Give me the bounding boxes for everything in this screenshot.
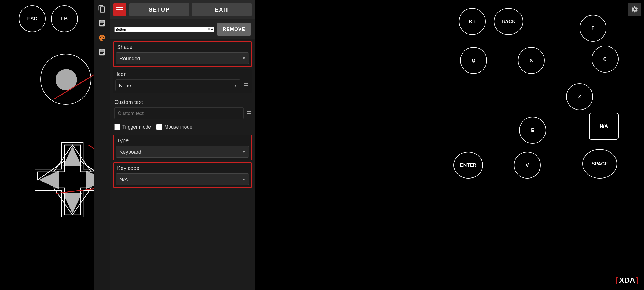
keycode-select-wrapper: N/A A B C (116, 173, 249, 185)
shape-dropdown-row: Rounded Circle Square (114, 51, 251, 66)
c-button[interactable]: C (592, 46, 619, 73)
checkbox-row: Trigger mode Mouse mode (110, 121, 255, 133)
xda-bracket-left: [ (616, 276, 618, 285)
enter-button[interactable]: ENTER (453, 152, 483, 179)
lb-button[interactable]: LB (51, 5, 78, 32)
mouse-mode-checkbox[interactable] (156, 124, 162, 130)
icon-select[interactable]: None Arrow Star (115, 79, 240, 91)
xda-bracket-right: ] (636, 276, 639, 285)
shape-label: Shape (114, 42, 251, 51)
custom-text-menu-icon[interactable]: ☰ (246, 109, 253, 118)
custom-text-input[interactable] (114, 107, 244, 119)
space-button[interactable]: SPACE (582, 149, 617, 179)
sidebar (94, 0, 110, 290)
rb-button[interactable]: RB (459, 8, 486, 35)
top-bar: SETUP EXIT (110, 0, 255, 19)
custom-text-label: Custom text (110, 97, 255, 106)
sidebar-copy-icon[interactable] (95, 2, 109, 16)
svg-marker-5 (63, 193, 82, 213)
icon-dropdown-row: None Arrow Star ☰ (113, 78, 252, 93)
type-select-wrapper: Keyboard Mouse Gamepad (116, 146, 249, 158)
exit-button[interactable]: EXIT (192, 3, 252, 16)
custom-text-row: ☰ (110, 106, 255, 121)
trigger-mode-checkbox[interactable] (114, 124, 120, 130)
type-section: Type Keyboard Mouse Gamepad (113, 135, 252, 160)
x-button[interactable]: X (518, 47, 545, 74)
xda-text: XDA (619, 276, 635, 285)
icon-menu-icon[interactable]: ☰ (243, 81, 250, 90)
joystick-outer (40, 54, 91, 105)
type-select[interactable]: Keyboard Mouse Gamepad (116, 146, 249, 158)
trigger-mode-label: Trigger mode (122, 124, 151, 130)
gear-button[interactable] (628, 3, 641, 16)
right-panel: RB BACK F Q X C Z E N/A ENTER V SPACE (386, 0, 644, 290)
keycode-section: Key code N/A A B C (113, 162, 252, 188)
panel-divider-1 (110, 96, 255, 96)
setup-button[interactable]: SETUP (129, 3, 189, 16)
z-button[interactable]: Z (566, 83, 593, 110)
icon-label: Icon (113, 69, 252, 78)
sidebar-palette-icon[interactable] (95, 31, 109, 45)
esc-button[interactable]: ESC (19, 5, 46, 32)
sidebar-clipboard-icon[interactable] (95, 17, 109, 30)
trigger-mode-item: Trigger mode (114, 124, 151, 130)
shape-select-wrapper: Rounded Circle Square (116, 52, 249, 64)
e-button[interactable]: E (519, 117, 546, 144)
button-type-select[interactable]: Button (114, 27, 214, 32)
svg-marker-6 (39, 171, 59, 189)
shape-section: Shape Rounded Circle Square (113, 41, 252, 67)
f-button[interactable]: F (580, 15, 606, 42)
xda-logo: [ XDA ] (616, 276, 639, 285)
back-button[interactable]: BACK (494, 8, 523, 35)
custom-text-section: Custom text ☰ (110, 97, 255, 121)
icon-section: Icon None Arrow Star ☰ (113, 69, 252, 93)
icon-select-wrapper: None Arrow Star (115, 79, 240, 91)
joystick-inner[interactable] (56, 69, 77, 90)
shape-select[interactable]: Rounded Circle Square (116, 52, 249, 64)
remove-button[interactable]: REMOVE (217, 23, 251, 36)
sidebar-clipboard2-icon[interactable] (95, 46, 109, 59)
keycode-label: Key code (114, 163, 251, 172)
keycode-dropdown-row: N/A A B C (114, 172, 251, 187)
type-dropdown-row: Keyboard Mouse Gamepad (114, 145, 251, 160)
type-label: Type (114, 135, 251, 145)
hamburger-button[interactable] (113, 3, 126, 16)
q-button[interactable]: Q (460, 47, 487, 74)
na-button[interactable]: N/A (589, 113, 619, 140)
mouse-mode-label: Mouse mode (164, 124, 192, 130)
mouse-mode-item: Mouse mode (156, 124, 192, 130)
main-panel: SETUP EXIT Button REMOVE Shape Rounded C… (110, 0, 255, 290)
button-type-wrapper: Button (114, 27, 214, 32)
keycode-select[interactable]: N/A A B C (116, 173, 249, 185)
v-button[interactable]: V (514, 152, 541, 179)
svg-marker-4 (63, 146, 82, 166)
button-type-row: Button REMOVE (110, 19, 255, 39)
